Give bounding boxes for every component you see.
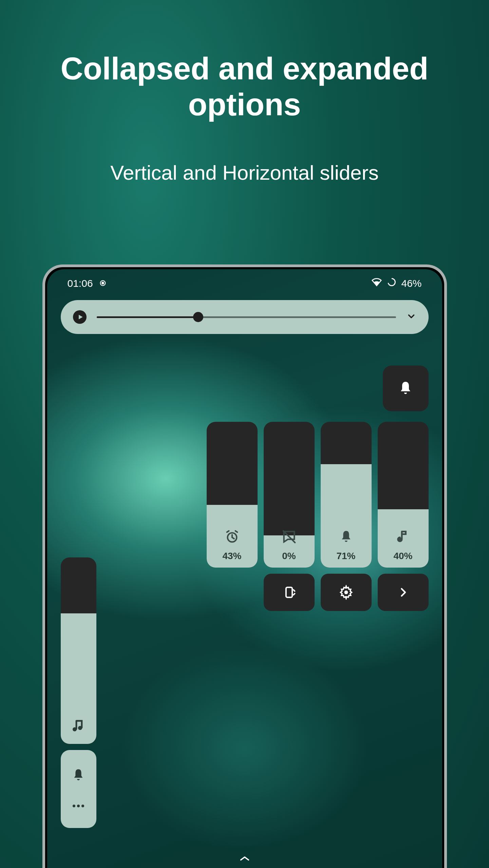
- svg-rect-5: [286, 587, 292, 597]
- promo-title: Collapsed and expanded options: [0, 51, 489, 123]
- chevron-down-icon[interactable]: [406, 311, 416, 323]
- music-note-icon: [70, 718, 87, 736]
- svg-point-10: [77, 805, 80, 807]
- more-icon[interactable]: [71, 803, 86, 811]
- svg-point-7: [73, 727, 77, 731]
- wifi-icon: [371, 277, 382, 290]
- vertical-sliders-group: 43% 0% 71% 40%: [207, 422, 429, 568]
- phone-screen: 01:06 46%: [47, 269, 442, 868]
- bell-icon: [338, 529, 354, 546]
- phone-frame: 01:06 46%: [42, 264, 447, 868]
- action-buttons-row: [264, 574, 429, 611]
- ring-slider[interactable]: 71%: [321, 422, 372, 568]
- seek-track[interactable]: [97, 316, 396, 318]
- alarm-slider-label: 43%: [222, 551, 241, 561]
- media-slider[interactable]: 40%: [378, 422, 429, 568]
- nav-handle-icon[interactable]: [239, 855, 251, 863]
- collapsed-media-slider[interactable]: [61, 557, 96, 744]
- status-battery: 46%: [401, 278, 421, 289]
- chat-off-icon: [281, 529, 297, 546]
- notification-slider-label: 0%: [282, 551, 296, 561]
- collapsed-extras-panel: [61, 750, 96, 828]
- notification-toggle-button[interactable]: [383, 366, 429, 411]
- target-icon: [99, 278, 107, 289]
- alarm-slider[interactable]: 43%: [207, 422, 258, 568]
- svg-point-8: [78, 726, 82, 730]
- status-time: 01:06: [68, 278, 93, 289]
- svg-point-1: [102, 282, 104, 284]
- notification-slider[interactable]: 0%: [264, 422, 315, 568]
- vibrate-button[interactable]: [264, 574, 315, 611]
- music-note-icon: [395, 529, 411, 546]
- svg-point-11: [81, 805, 84, 807]
- svg-point-4: [398, 537, 402, 541]
- svg-point-9: [73, 805, 75, 807]
- promo-subtitle: Vertical and Horizontal sliders: [0, 160, 489, 185]
- play-button[interactable]: [73, 310, 87, 324]
- seek-fill: [97, 316, 199, 318]
- alarm-icon: [224, 529, 240, 546]
- ring-slider-label: 71%: [336, 551, 355, 561]
- media-seek-bar[interactable]: [61, 300, 429, 334]
- media-slider-label: 40%: [393, 551, 412, 561]
- bell-icon[interactable]: [71, 767, 86, 784]
- battery-ring-icon: [387, 277, 396, 289]
- settings-button[interactable]: [321, 574, 372, 611]
- expand-button[interactable]: [378, 574, 429, 611]
- status-bar: 01:06 46%: [47, 269, 442, 290]
- svg-point-2: [388, 279, 395, 286]
- seek-thumb[interactable]: [193, 312, 203, 322]
- svg-point-6: [344, 591, 348, 594]
